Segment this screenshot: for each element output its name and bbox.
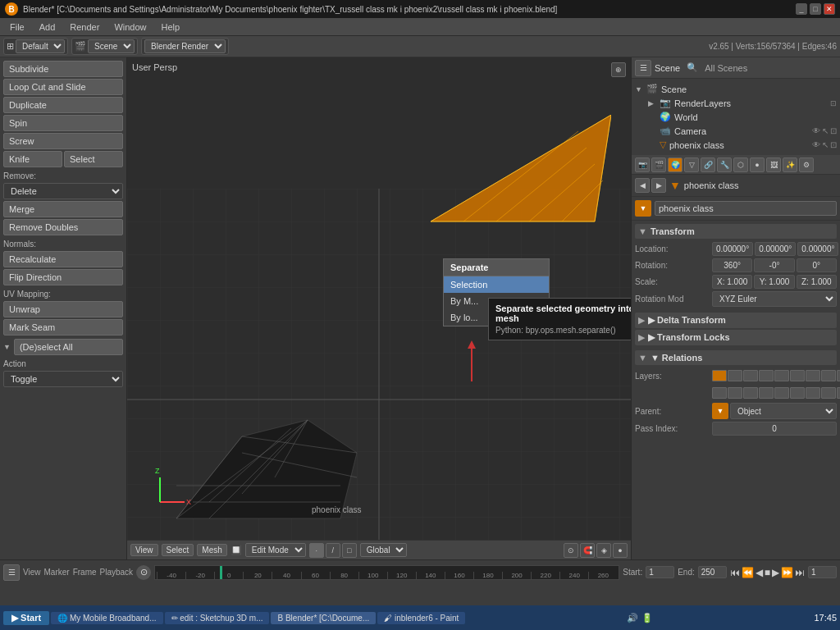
camera-cursor-icon[interactable]: ↖: [822, 126, 829, 135]
relations-header[interactable]: ▼ ▼ Relations: [635, 350, 837, 365]
end-frame-input[interactable]: [698, 566, 727, 578]
start-button[interactable]: ▶ Start: [3, 611, 49, 625]
location-x[interactable]: 0.00000°: [712, 242, 753, 256]
menu-add[interactable]: Add: [33, 21, 62, 34]
view-menu-btn[interactable]: View: [130, 544, 158, 556]
props-world-btn[interactable]: 🌍: [668, 158, 682, 172]
step-back-btn[interactable]: ⏪: [742, 567, 754, 578]
props-render-btn[interactable]: 📷: [635, 158, 650, 172]
layer-5[interactable]: [774, 370, 789, 381]
scale-x[interactable]: X: 1.000: [712, 275, 752, 289]
renderlayers-render-icon[interactable]: ⊡: [830, 99, 837, 107]
mark-seam-button[interactable]: Mark Seam: [3, 319, 123, 336]
phoenix-eye-icon[interactable]: 👁: [812, 140, 820, 149]
taskbar-broadband[interactable]: 🌐 My Mobile Broadband...: [51, 612, 162, 624]
tree-camera[interactable]: 📹 Camera 👁 ↖ ⊡: [635, 124, 837, 138]
props-object-btn[interactable]: ▽: [684, 158, 699, 172]
parent-select[interactable]: Object: [730, 403, 837, 419]
timeline-view-btn[interactable]: ☰: [3, 564, 20, 581]
props-material-btn[interactable]: ●: [750, 158, 765, 172]
screw-button[interactable]: Screw: [3, 133, 123, 149]
search-btn[interactable]: 🔍: [687, 62, 698, 73]
play-fwd-btn[interactable]: ▶: [772, 567, 779, 578]
minimize-button[interactable]: _: [796, 3, 807, 15]
layer-7[interactable]: [806, 370, 820, 381]
view-toggle-button[interactable]: ⊕: [611, 62, 626, 77]
toggle-dropdown[interactable]: Toggle: [3, 371, 123, 387]
taskbar-sketchup[interactable]: ✏ edit : Sketchup 3D m...: [165, 612, 270, 624]
global-local-select[interactable]: Global: [360, 543, 407, 557]
edge-select-btn[interactable]: /: [326, 543, 340, 558]
select-menu-btn[interactable]: Select: [162, 544, 194, 556]
object-name-input[interactable]: [655, 201, 837, 216]
layer-12[interactable]: [728, 387, 742, 399]
camera-eye-icon[interactable]: 👁: [812, 126, 820, 135]
layer-11[interactable]: [712, 387, 727, 399]
face-select-btn[interactable]: □: [342, 543, 357, 558]
nav-back-btn[interactable]: ◀: [635, 178, 650, 193]
remove-doubles-button[interactable]: Remove Doubles: [3, 219, 123, 235]
phoenix-cursor-icon[interactable]: ↖: [822, 140, 829, 149]
location-z[interactable]: 0.00000°: [797, 242, 838, 256]
nav-fwd-btn[interactable]: ▶: [651, 178, 666, 193]
pass-index-field[interactable]: 0: [712, 422, 837, 436]
phoenix-render-icon[interactable]: ⊡: [830, 140, 837, 149]
layer-19[interactable]: [837, 387, 840, 399]
rotation-x[interactable]: 360°: [712, 258, 752, 272]
mesh-menu-btn[interactable]: Mesh: [197, 544, 226, 556]
layer-4[interactable]: [759, 370, 774, 381]
location-y[interactable]: 0.00000°: [755, 242, 796, 256]
merge-button[interactable]: Merge: [3, 201, 123, 217]
deselect-all-button[interactable]: (De)select All: [14, 339, 123, 355]
tree-phoenix[interactable]: ▽ phoenix class 👁 ↖ ⊡: [635, 138, 837, 152]
snap-btn[interactable]: 🧲: [580, 543, 595, 558]
timeline-ruler[interactable]: -40 -20 0 20 40 60 80 100 120 140 160 18…: [154, 565, 619, 580]
proportional-edit-btn[interactable]: ⊙: [564, 543, 578, 558]
layer-8[interactable]: [821, 370, 836, 381]
props-texture-btn[interactable]: 🖼: [766, 158, 781, 172]
delta-transform-header[interactable]: ▶ ▶ Delta Transform: [635, 313, 837, 328]
current-frame-input[interactable]: [808, 566, 837, 578]
layer-3[interactable]: [743, 370, 758, 381]
stop-btn[interactable]: ■: [765, 567, 770, 578]
select-button[interactable]: Select: [64, 151, 123, 167]
rotation-mode-select[interactable]: XYZ Euler: [712, 291, 837, 307]
layer-9[interactable]: [837, 370, 840, 381]
scale-y[interactable]: Y: 1.000: [754, 275, 794, 289]
layer-17[interactable]: [806, 387, 820, 399]
menu-render[interactable]: Render: [63, 21, 106, 34]
overlay-btn[interactable]: ◈: [596, 543, 611, 558]
layer-18[interactable]: [821, 387, 836, 399]
props-data-btn[interactable]: ⬡: [733, 158, 748, 172]
timeline-marker-btn[interactable]: ⊙: [136, 565, 151, 580]
layer-6[interactable]: [790, 370, 805, 381]
props-scene-btn[interactable]: 🎬: [651, 158, 666, 172]
jump-end-btn[interactable]: ⏭: [795, 567, 805, 578]
menu-file[interactable]: File: [3, 21, 31, 34]
step-fwd-btn[interactable]: ⏩: [781, 567, 793, 578]
props-modifiers-btn[interactable]: 🔧: [717, 158, 732, 172]
scale-z[interactable]: Z: 1.000: [797, 275, 837, 289]
duplicate-button[interactable]: Duplicate: [3, 97, 123, 113]
render-overlay-btn[interactable]: ●: [613, 543, 628, 558]
layer-13[interactable]: [743, 387, 758, 399]
view-outliner-btn[interactable]: ☰: [635, 60, 651, 76]
close-button[interactable]: ✕: [824, 3, 835, 15]
edit-mode-select[interactable]: Edit Mode: [245, 543, 306, 557]
layer-16[interactable]: [790, 387, 805, 399]
separate-selection-item[interactable]: Selection: [444, 276, 549, 293]
camera-render-icon[interactable]: ⊡: [830, 126, 837, 135]
maximize-button[interactable]: □: [810, 3, 821, 15]
taskbar-paint[interactable]: 🖌 inblender6 - Paint: [377, 612, 465, 624]
props-constraints-btn[interactable]: 🔗: [701, 158, 715, 172]
scene-select[interactable]: Scene: [88, 39, 135, 53]
transform-header[interactable]: ▼ Transform: [635, 224, 837, 239]
delete-dropdown[interactable]: Delete: [3, 183, 123, 199]
taskbar-blender[interactable]: B Blender* [C:\Docume...: [271, 612, 376, 624]
rotation-z[interactable]: 0°: [797, 258, 837, 272]
recalculate-button[interactable]: Recalculate: [3, 251, 123, 267]
3d-viewport[interactable]: User Persp: [127, 57, 631, 559]
loop-cut-button[interactable]: Loop Cut and Slide: [3, 79, 123, 95]
layout-select[interactable]: Default: [16, 39, 65, 53]
unwrap-button[interactable]: Unwrap: [3, 301, 123, 317]
